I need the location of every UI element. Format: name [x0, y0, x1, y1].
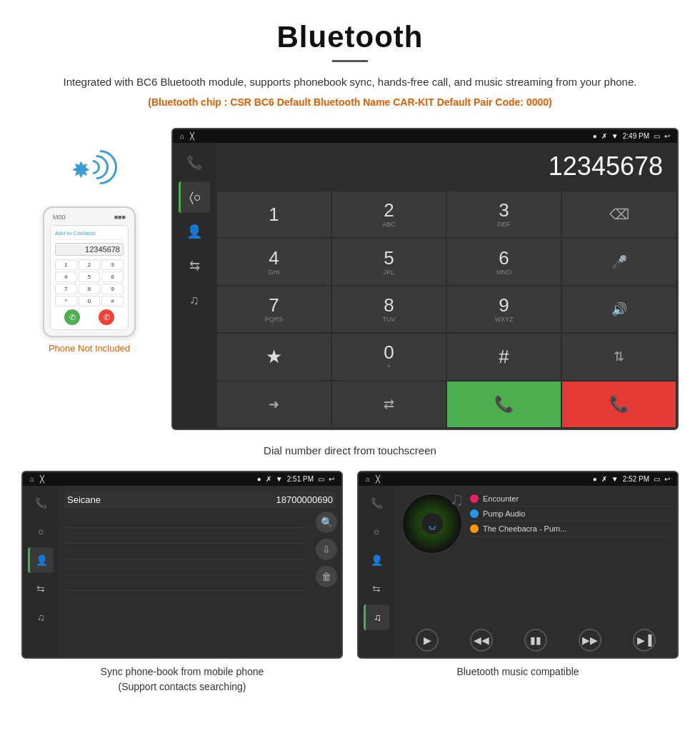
- dialpad-grid: 1 2 ABC 3 DEF ⌫ 4: [216, 190, 677, 429]
- phone-key-star[interactable]: *: [55, 296, 77, 306]
- phone-key-9[interactable]: 9: [101, 284, 124, 294]
- sidebar-phone[interactable]: 📞: [179, 147, 210, 179]
- dial-key-hash[interactable]: #: [447, 334, 561, 379]
- pb-sidebar-dialpad[interactable]: ○: [28, 519, 54, 544]
- pb-sidebar-transfer[interactable]: ⇆: [28, 576, 54, 602]
- music-screen-wrap: ⌂ ╳ ● ✗ ▼ 2:52 PM ▭ ↩ 📞 ○ 👤 ⇆: [357, 471, 679, 694]
- dial-key-mute[interactable]: 🎤: [562, 239, 676, 284]
- dial-key-1[interactable]: 1: [217, 191, 331, 237]
- dial-key-hold[interactable]: ⇄: [332, 382, 446, 427]
- dial-key-merge[interactable]: ➜: [217, 382, 331, 427]
- phonebook-body: 📞 ○ 👤 ⇆ ♫ Seicane 18700000690: [23, 486, 341, 657]
- phone-key-8[interactable]: 8: [79, 284, 101, 294]
- sidebar-contacts[interactable]: 👤: [179, 216, 210, 247]
- pb-list: [64, 512, 336, 591]
- track-1-dot: [470, 494, 479, 503]
- phone-mockup: M00 ■■■ Add to Contacts 12345678 1 2 3 4…: [43, 206, 136, 337]
- status-right: ● ✗ ▼ 2:49 PM ▭ ↩: [593, 132, 670, 140]
- phone-key-7[interactable]: 7: [55, 284, 77, 294]
- contact-number: 18700000690: [276, 494, 333, 505]
- track-2-name: Pump Audio: [483, 509, 525, 518]
- ctrl-play[interactable]: ▶: [416, 629, 439, 652]
- pb-battery-icon: ▭: [318, 475, 324, 483]
- pb-row-3: [64, 544, 307, 559]
- pb-sidebar-phone[interactable]: 📞: [28, 490, 54, 516]
- dial-key-6[interactable]: 6 MNO: [447, 239, 561, 284]
- ctrl-prev[interactable]: ◀◀: [470, 629, 493, 652]
- phone-key-6[interactable]: 6: [101, 271, 124, 282]
- bottom-row: ⌂ ╳ ● ✗ ▼ 2:51 PM ▭ ↩ 📞 ○ 👤 ⇆: [0, 471, 700, 709]
- dialer-body: 📞 〈○ 👤 ⇆ ♫ 12345678 1 2 ABC: [173, 143, 677, 429]
- dial-key-star[interactable]: ★: [217, 334, 331, 379]
- pb-main: Seicane 18700000690 🔍 ⇩: [59, 486, 341, 657]
- music-content: ⍽ ♫ Encounter: [400, 492, 671, 623]
- pb-row-4: [64, 559, 307, 575]
- phone-end-button[interactable]: ✆: [99, 309, 114, 325]
- location-icon: ●: [593, 132, 597, 140]
- track-2-dot: [470, 509, 479, 518]
- ctrl-pause[interactable]: ▮▮: [524, 629, 547, 652]
- dial-key-backspace[interactable]: ⌫: [562, 191, 676, 237]
- pb-bt-icon: ✗: [266, 475, 271, 483]
- phone-not-included-label: Phone Not Included: [49, 343, 130, 354]
- track-3: The Cheebacra - Pum...: [470, 522, 671, 537]
- dial-key-8[interactable]: 8 TUV: [332, 286, 446, 332]
- pb-download-btn[interactable]: ⇩: [316, 539, 337, 560]
- ms-sidebar: 📞 ○ 👤 ⇆ ♫: [359, 486, 394, 657]
- ctrl-skip-end[interactable]: ▶▐: [633, 629, 656, 652]
- dial-key-swap[interactable]: ⇅: [562, 334, 676, 379]
- dial-key-2[interactable]: 2 ABC: [332, 191, 446, 237]
- pb-sidebar: 📞 ○ 👤 ⇆ ♫: [23, 486, 59, 657]
- car-screen-large: ⌂ ╳ ● ✗ ▼ 2:49 PM ▭ ↩ 📞 〈○ 👤 ⇆ ♫: [171, 128, 679, 430]
- track-1: Encounter: [470, 492, 671, 507]
- phone-key-3[interactable]: 3: [101, 259, 124, 270]
- dial-key-3[interactable]: 3 DEF: [447, 191, 561, 237]
- ms-sidebar-phone[interactable]: 📞: [364, 490, 389, 516]
- home-icon: ⌂: [180, 132, 184, 140]
- phone-key-0[interactable]: 0: [79, 296, 101, 306]
- bt-music-icon: ⍽: [429, 518, 436, 529]
- sidebar-transfer[interactable]: ⇆: [179, 250, 210, 281]
- pb-sidebar-contacts[interactable]: 👤: [28, 547, 54, 573]
- dial-key-0[interactable]: 0 +: [332, 334, 446, 379]
- main-section: ✸ M00 ■■■ Add to Contacts 12345678 1 2 3: [0, 128, 700, 430]
- phone-key-4[interactable]: 4: [55, 271, 77, 282]
- ms-sidebar-dialpad[interactable]: ○: [364, 519, 389, 544]
- pb-sidebar-music[interactable]: ♫: [28, 604, 54, 630]
- phone-key-2[interactable]: 2: [79, 259, 101, 270]
- pb-row-2: [64, 528, 307, 544]
- sidebar-dialpad[interactable]: 〈○: [179, 181, 210, 213]
- music-main: ⍽ ♫ Encounter: [394, 486, 677, 657]
- phone-key-1[interactable]: 1: [55, 259, 77, 270]
- pb-location-icon: ●: [257, 475, 261, 483]
- dial-key-5[interactable]: 5 JKL: [332, 239, 446, 284]
- dial-key-7[interactable]: 7 PQRS: [217, 286, 331, 332]
- title-underline: [332, 60, 368, 62]
- pb-delete-btn[interactable]: 🗑: [316, 566, 337, 587]
- ms-sidebar-transfer[interactable]: ⇆: [364, 576, 389, 602]
- dial-key-call[interactable]: 📞: [447, 382, 561, 427]
- phone-number-display: 12345678: [55, 243, 124, 256]
- phone-key-5[interactable]: 5: [79, 271, 101, 282]
- page-title: Bluetooth: [43, 20, 657, 54]
- phone-key-hash[interactable]: #: [101, 296, 124, 306]
- pb-actions: 🔍 ⇩ 🗑: [316, 512, 337, 587]
- dial-key-end[interactable]: 📞: [562, 382, 676, 427]
- dial-key-4[interactable]: 4 GHI: [217, 239, 331, 284]
- ms-location-icon: ●: [593, 475, 597, 483]
- description: Integrated with BC6 Bluetooth module, su…: [43, 74, 657, 91]
- phone-side: ✸ M00 ■■■ Add to Contacts 12345678 1 2 3: [21, 128, 157, 354]
- sidebar-music[interactable]: ♫: [179, 284, 210, 316]
- ms-usb-icon: ╳: [376, 475, 380, 483]
- phone-call-button[interactable]: ✆: [64, 309, 80, 325]
- ms-sidebar-music[interactable]: ♫: [364, 604, 389, 630]
- pb-time: 2:51 PM: [287, 475, 314, 483]
- ms-sidebar-contacts[interactable]: 👤: [364, 547, 389, 573]
- dial-key-volume[interactable]: 🔊: [562, 286, 676, 332]
- dial-key-9[interactable]: 9 WXYZ: [447, 286, 561, 332]
- pb-row-1: [64, 512, 307, 528]
- pb-search-btn[interactable]: 🔍: [316, 512, 337, 533]
- ctrl-next[interactable]: ▶▶: [579, 629, 601, 652]
- pb-home-icon: ⌂: [30, 475, 34, 483]
- track-1-name: Encounter: [483, 494, 519, 503]
